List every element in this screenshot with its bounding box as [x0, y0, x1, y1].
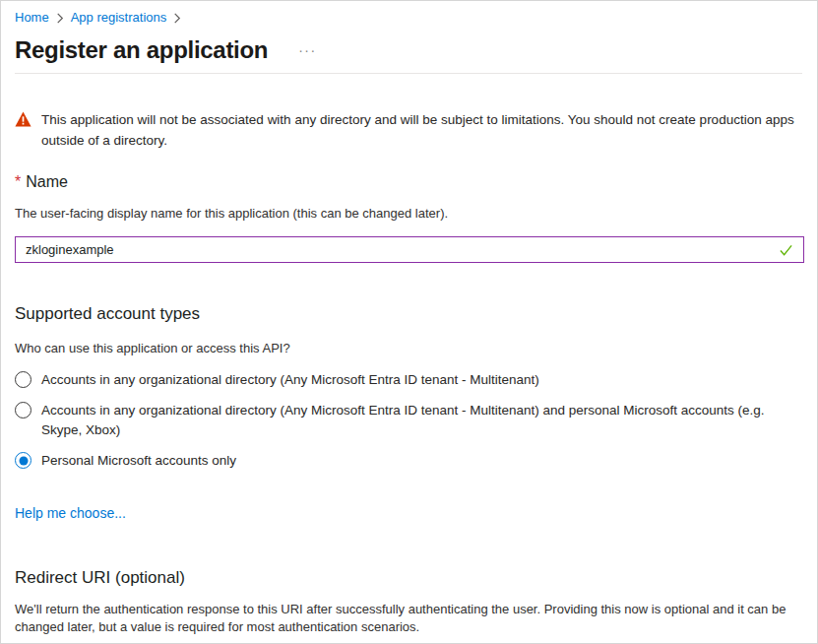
more-options-icon[interactable]: ···	[294, 40, 321, 60]
radio-circle-icon[interactable]	[15, 452, 31, 469]
page-header: Register an application ···	[15, 36, 802, 64]
name-input-container	[15, 236, 804, 263]
radio-option-label: Accounts in any organizational directory…	[41, 370, 539, 390]
account-types-radio-group: Accounts in any organizational directory…	[15, 370, 802, 471]
breadcrumb-app-registrations-link[interactable]: App registrations	[71, 10, 167, 25]
redirect-uri-heading: Redirect URI (optional)	[15, 568, 802, 588]
warning-triangle-icon	[15, 111, 31, 151]
chevron-right-icon	[56, 13, 64, 24]
radio-option-personal-only[interactable]: Personal Microsoft accounts only	[15, 451, 802, 471]
radio-option-label: Personal Microsoft accounts only	[41, 451, 236, 471]
chevron-right-icon	[173, 13, 181, 24]
name-field-label: *Name	[15, 173, 802, 191]
radio-option-multitenant[interactable]: Accounts in any organizational directory…	[15, 370, 802, 390]
redirect-uri-hint: We'll return the authentication response…	[15, 601, 794, 636]
valid-check-icon	[779, 243, 793, 257]
radio-circle-icon[interactable]	[15, 402, 31, 419]
name-field-hint: The user-facing display name for this ap…	[15, 206, 802, 221]
breadcrumb: Home App registrations	[15, 1, 802, 25]
page-title: Register an application	[15, 36, 268, 64]
required-asterisk: *	[15, 173, 21, 190]
name-input[interactable]	[26, 242, 771, 257]
register-application-page: Home App registrations Register an appli…	[1, 1, 817, 644]
breadcrumb-home-link[interactable]: Home	[15, 10, 49, 25]
warning-text: This application will not be associated …	[41, 109, 802, 151]
radio-option-label: Accounts in any organizational directory…	[41, 401, 802, 440]
name-label-text: Name	[26, 173, 68, 190]
radio-option-multitenant-personal[interactable]: Accounts in any organizational directory…	[15, 401, 802, 440]
warning-banner: This application will not be associated …	[15, 109, 802, 151]
account-types-question: Who can use this application or access t…	[15, 341, 802, 355]
radio-circle-icon[interactable]	[15, 371, 31, 388]
supported-account-types-heading: Supported account types	[15, 304, 802, 324]
help-me-choose-link[interactable]: Help me choose...	[15, 505, 126, 521]
header-divider	[15, 73, 802, 74]
